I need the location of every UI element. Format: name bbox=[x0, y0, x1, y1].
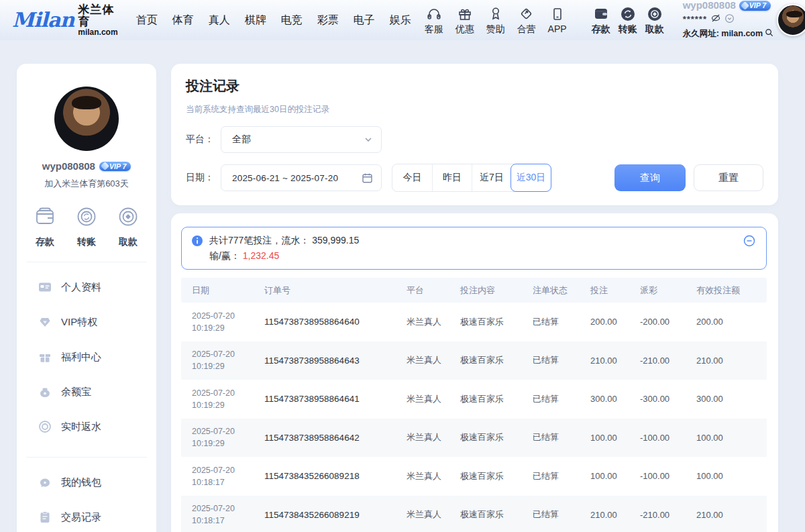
col-date: 日期 bbox=[181, 284, 254, 297]
deposit-wallet-icon bbox=[592, 5, 610, 23]
sidebar-divider bbox=[26, 262, 147, 262]
clipboard-icon bbox=[38, 511, 52, 524]
partner-icon bbox=[519, 5, 535, 23]
promotions-button[interactable]: 优惠 bbox=[449, 5, 480, 36]
collapse-icon[interactable] bbox=[743, 235, 755, 250]
sidebar-withdraw-button[interactable]: 取款 bbox=[116, 205, 140, 248]
sidebar-menu-group-1: 个人资料 VIP特权 福利中心 余额宝 实时返水 bbox=[29, 266, 144, 443]
nav-lottery[interactable]: 彩票 bbox=[310, 9, 346, 32]
col-payout: 派彩 bbox=[629, 284, 686, 297]
brand-logo[interactable]: Milan 米兰体育 milan.com bbox=[12, 4, 118, 36]
phone-icon bbox=[549, 5, 566, 23]
table-row: 2025-07-2010:18:17 1154738435266089219 米… bbox=[181, 496, 767, 532]
summary-loss-text: 输/赢： 1,232.45 bbox=[209, 249, 743, 263]
username-text: wyp080808 bbox=[683, 0, 736, 12]
transfer-outline-icon bbox=[74, 205, 99, 231]
chevron-down-icon bbox=[364, 135, 373, 144]
sidebar-item-welfare[interactable]: 福利中心 bbox=[29, 340, 144, 374]
table-header-row: 日期 订单号 平台 投注内容 注单状态 投注 派彩 有效投注额 bbox=[181, 278, 767, 303]
search-icon[interactable] bbox=[764, 28, 774, 41]
range-7days-button[interactable]: 近7日 bbox=[472, 164, 511, 191]
table-body: 2025-07-2010:19:29 1154738738958864640 米… bbox=[181, 303, 767, 532]
date-range-value: 2025-06-21 ~ 2025-07-20 bbox=[232, 173, 362, 183]
app-download-button[interactable]: APP bbox=[542, 5, 573, 36]
sidebar-deposit-button[interactable]: 存款 bbox=[33, 205, 57, 248]
customer-service-button[interactable]: 客服 bbox=[419, 5, 449, 36]
calendar-icon bbox=[362, 172, 373, 184]
summary-bar: 共计777笔投注，流水： 359,999.15 输/赢： 1,232.45 bbox=[181, 227, 767, 270]
table-row: 2025-07-2010:19:29 1154738738958864642 米… bbox=[181, 419, 767, 458]
deposit-button[interactable]: 存款 bbox=[588, 5, 614, 36]
nav-entertainment[interactable]: 娱乐 bbox=[382, 9, 419, 32]
sidebar-item-transactions[interactable]: 交易记录 bbox=[29, 500, 144, 532]
platform-selected-value: 全部 bbox=[232, 134, 364, 146]
trophy-icon bbox=[488, 5, 504, 23]
partnership-button[interactable]: 合营 bbox=[511, 5, 542, 36]
page-subtitle: 当前系统支持查询最近30日的投注记录 bbox=[186, 104, 763, 115]
date-filter-row: 日期： 2025-06-21 ~ 2025-07-20 今日 昨日 近7日 近3… bbox=[186, 164, 763, 192]
sidebar-item-my-wallet[interactable]: 我的钱包 bbox=[29, 466, 144, 499]
vip-gem-heart-icon bbox=[38, 315, 52, 329]
withdraw-circle-icon bbox=[646, 5, 663, 23]
money-pot-icon bbox=[38, 385, 52, 398]
sidebar-transfer-button[interactable]: 转账 bbox=[74, 205, 99, 248]
search-button[interactable]: 查询 bbox=[614, 164, 686, 191]
col-content: 投注内容 bbox=[449, 284, 522, 297]
date-quick-ranges: 今日 昨日 近7日 近30日 bbox=[392, 164, 551, 192]
nav-home[interactable]: 首页 bbox=[129, 9, 165, 32]
main-nav: 首页 体育 真人 棋牌 电竞 彩票 电子 娱乐 bbox=[129, 9, 419, 32]
profile-sidebar: wyp080808 VIP 7 加入米兰体育第603天 存款 转账 取款 个人资… bbox=[17, 64, 156, 532]
logo-cn-text: 米兰体育 bbox=[78, 4, 117, 28]
nav-slots[interactable]: 电子 bbox=[346, 9, 382, 32]
membership-days-text: 加入米兰体育第603天 bbox=[29, 178, 144, 190]
piggy-wallet-icon bbox=[38, 476, 52, 489]
date-label: 日期： bbox=[186, 172, 221, 184]
sidebar-quick-actions: 存款 转账 取款 bbox=[29, 205, 144, 248]
sidebar-item-vip[interactable]: VIP特权 bbox=[29, 305, 144, 339]
sidebar-item-rebate[interactable]: 实时返水 bbox=[29, 410, 144, 443]
sponsorship-button[interactable]: 赞助 bbox=[480, 5, 511, 36]
withdraw-button[interactable]: 取款 bbox=[641, 5, 668, 36]
col-bet: 投注 bbox=[580, 284, 629, 297]
platform-select[interactable]: 全部 bbox=[221, 126, 382, 153]
masked-balance: ****** bbox=[683, 14, 707, 25]
range-today-button[interactable]: 今日 bbox=[392, 164, 432, 191]
col-status: 注单状态 bbox=[522, 284, 580, 297]
info-icon bbox=[191, 235, 203, 247]
table-row: 2025-07-2010:19:29 1154738738958864643 米… bbox=[181, 341, 767, 380]
transfer-button[interactable]: 转账 bbox=[614, 5, 641, 36]
sidebar-menu-group-2: 我的钱包 交易记录 投注记录 bbox=[29, 462, 144, 532]
records-card: 共计777笔投注，流水： 359,999.15 输/赢： 1,232.45 日期… bbox=[171, 213, 778, 532]
sidebar-item-yuebao[interactable]: 余额宝 bbox=[29, 375, 144, 409]
wallet-outline-icon bbox=[33, 205, 57, 231]
table-row: 2025-07-2010:18:17 1154738435266089218 米… bbox=[181, 457, 767, 496]
sidebar-item-profile[interactable]: 个人资料 bbox=[29, 270, 144, 304]
range-yesterday-button[interactable]: 昨日 bbox=[432, 164, 472, 191]
eye-off-icon[interactable] bbox=[710, 13, 721, 27]
betting-records-table: 日期 订单号 平台 投注内容 注单状态 投注 派彩 有效投注额 2025-07-… bbox=[181, 278, 767, 532]
header-wallet-icons: 存款 转账 取款 bbox=[588, 5, 668, 36]
top-header: Milan 米兰体育 milan.com 首页 体育 真人 棋牌 电竞 彩票 电… bbox=[0, 0, 805, 40]
vip-gem-icon bbox=[101, 162, 109, 170]
header-quick-icons: 客服 优惠 赞助 合营 bbox=[419, 5, 573, 36]
logo-script-text: Milan bbox=[12, 10, 74, 30]
withdraw-outline-icon bbox=[116, 205, 140, 231]
chevron-circle-icon[interactable] bbox=[724, 13, 735, 27]
welfare-gift-icon bbox=[38, 350, 52, 364]
vip-gem-icon bbox=[741, 1, 749, 10]
nav-cards[interactable]: 棋牌 bbox=[237, 9, 274, 32]
platform-label: 平台： bbox=[186, 134, 221, 146]
date-range-input[interactable]: 2025-06-21 ~ 2025-07-20 bbox=[221, 164, 382, 191]
nav-esports[interactable]: 电竞 bbox=[274, 9, 310, 32]
nav-sports[interactable]: 体育 bbox=[165, 9, 201, 32]
id-card-icon bbox=[38, 280, 52, 294]
summary-total-text: 共计777笔投注，流水： 359,999.15 bbox=[209, 233, 743, 248]
reset-button[interactable]: 重置 bbox=[694, 164, 763, 191]
table-row: 2025-07-2010:19:29 1154738738958864640 米… bbox=[181, 303, 767, 341]
range-30days-button[interactable]: 近30日 bbox=[511, 164, 551, 192]
transfer-circle-icon bbox=[619, 5, 637, 23]
nav-live[interactable]: 真人 bbox=[201, 9, 237, 32]
table-row: 2025-07-2010:19:29 1154738738958864641 米… bbox=[181, 380, 767, 419]
sidebar-avatar[interactable] bbox=[54, 87, 119, 151]
user-avatar[interactable] bbox=[777, 4, 805, 36]
